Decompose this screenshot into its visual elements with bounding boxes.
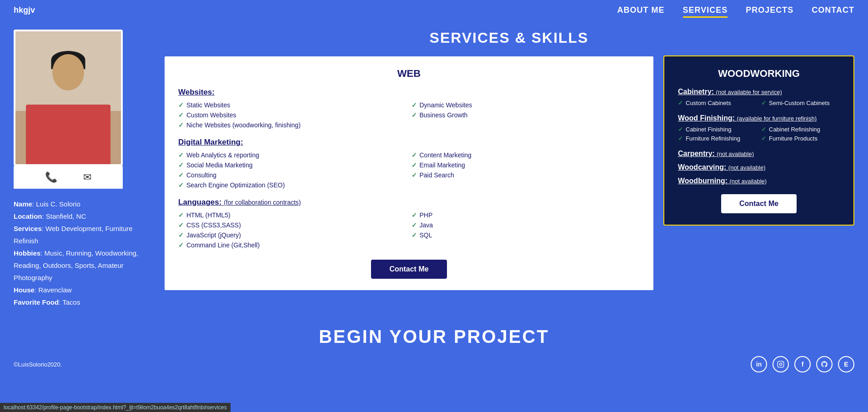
- list-item: Email Marketing: [411, 161, 640, 169]
- svg-point-1: [779, 363, 782, 365]
- nav-projects-link[interactable]: PROJECTS: [746, 5, 793, 15]
- list-item: Custom Websites: [178, 111, 407, 119]
- cabinetry-sub: (not available for service): [716, 89, 782, 95]
- site-logo: hkgjv: [14, 5, 35, 15]
- list-item: Java: [411, 221, 640, 229]
- list-item: JavaScript (jQuery): [178, 231, 407, 239]
- nav-about[interactable]: ABOUT ME: [617, 5, 665, 15]
- email-icon[interactable]: ✉: [83, 171, 91, 183]
- websites-list: Static Websites Dynamic Websites Custom …: [178, 101, 640, 131]
- list-item: SQL: [411, 231, 640, 239]
- list-item: CSS (CSS3,SASS): [178, 221, 407, 229]
- profile-food: Favorite Food: Tacos: [14, 296, 150, 308]
- list-item: PHP: [411, 211, 640, 219]
- main-content: 📞 ✉ Name: Luis C. Solorio Location: Stan…: [0, 20, 868, 317]
- list-item: Search Engine Optimization (SEO): [178, 181, 640, 189]
- websites-heading: Websites:: [178, 88, 640, 97]
- finishing-list: Cabinet Finishing Cabinet Refinishing Fu…: [678, 126, 840, 143]
- services-title: SERVICES & SKILLS: [164, 30, 854, 46]
- photo-shirt: [26, 105, 110, 164]
- social-icons: in f E: [751, 356, 854, 372]
- nav-contact[interactable]: CONTACT: [812, 5, 854, 15]
- carpentry-heading: Carpentry: (not available): [678, 150, 840, 158]
- list-item: Social Media Marketing: [178, 161, 407, 169]
- wood-card-title: WOODWORKING: [678, 68, 840, 80]
- profile-name: Name: Luis C. Solorio: [14, 198, 150, 210]
- services-label: Services: [14, 225, 42, 232]
- list-item: Business Growth: [411, 111, 640, 119]
- profile-contact-icons: 📞 ✉: [14, 166, 123, 189]
- nav-projects[interactable]: PROJECTS: [746, 5, 793, 15]
- bottom-section: BEGIN YOUR PROJECT: [0, 317, 868, 352]
- wood-contact-button[interactable]: Contact Me: [721, 194, 797, 213]
- nav-links: ABOUT ME SERVICES PROJECTS CONTACT: [617, 5, 854, 15]
- list-item: Consulting: [178, 171, 407, 179]
- cards-row: WEB Websites: Static Websites Dynamic We…: [164, 55, 854, 291]
- photo-head: [52, 54, 84, 90]
- location-label: Location: [14, 212, 42, 220]
- profile-photo: [15, 31, 121, 164]
- nav-contact-link[interactable]: CONTACT: [812, 5, 854, 15]
- woodcarving-heading: Woodcarving: (not available): [678, 163, 840, 171]
- phone-icon[interactable]: 📞: [45, 171, 57, 183]
- woodcarving-sub: (not available): [728, 164, 766, 171]
- profile-location: Location: Stanfield, NC: [14, 210, 150, 222]
- sidebar: 📞 ✉ Name: Luis C. Solorio Location: Stan…: [14, 30, 150, 308]
- cabinetry-heading: Cabinetry: (not available for service): [678, 88, 840, 96]
- list-item: Cabinet Finishing: [678, 126, 757, 133]
- linkedin-icon[interactable]: in: [751, 356, 767, 372]
- hobbies-label: Hobbies: [14, 249, 40, 257]
- name-value: Luis C. Solorio: [36, 200, 80, 208]
- nav-services[interactable]: SERVICES: [683, 5, 728, 15]
- nav-about-link[interactable]: ABOUT ME: [617, 5, 665, 15]
- profile-photo-container: [14, 30, 123, 166]
- web-card: WEB Websites: Static Websites Dynamic We…: [164, 55, 654, 291]
- food-label: Favorite Food: [14, 298, 59, 306]
- languages-sub: (for collaboration contracts): [224, 199, 301, 206]
- carpentry-sub: (not available): [717, 151, 754, 157]
- list-item: HTML (HTML5): [178, 211, 407, 219]
- browser-url: localhost:63342/profile-page-bootstrap/i…: [0, 403, 231, 412]
- profile-services: Services: Web Development, Furniture Ref…: [14, 222, 150, 247]
- list-item: Web Analytics & reporting: [178, 151, 407, 159]
- list-item: Command Line (Git,Shell): [178, 241, 640, 249]
- list-item: Furniture Products: [761, 135, 840, 142]
- list-item: Paid Search: [411, 171, 640, 179]
- begin-project-heading: BEGIN YOUR PROJECT: [14, 327, 854, 347]
- list-item: Dynamic Websites: [411, 101, 640, 109]
- location-value: Stanfield, NC: [46, 212, 86, 220]
- list-item: Semi-Custom Cabinets: [761, 100, 840, 106]
- digital-list: Web Analytics & reporting Content Market…: [178, 151, 640, 191]
- list-item: Furniture Refinishing: [678, 135, 757, 142]
- finishing-sub: (available for furniture refinish): [737, 115, 817, 122]
- list-item: Custom Cabinets: [678, 100, 757, 106]
- instagram-icon[interactable]: [773, 356, 789, 372]
- list-item: Static Websites: [178, 101, 407, 109]
- github-icon[interactable]: [816, 356, 833, 372]
- svg-point-2: [782, 362, 783, 363]
- finishing-heading: Wood Finishing: (available for furniture…: [678, 114, 840, 122]
- list-item: Niche Websites (woodworking, finishing): [178, 121, 640, 129]
- list-item: Cabinet Refinishing: [761, 126, 840, 133]
- cabinetry-list: Custom Cabinets Semi-Custom Cabinets: [678, 100, 840, 108]
- woodburning-heading: Woodburning: (not available): [678, 177, 840, 185]
- house-value: Ravenclaw: [38, 286, 71, 294]
- name-label: Name: [14, 200, 32, 208]
- food-value: Tacos: [62, 298, 80, 306]
- profile-info: Name: Luis C. Solorio Location: Stanfiel…: [14, 198, 150, 308]
- navigation: hkgjv ABOUT ME SERVICES PROJECTS CONTACT: [0, 0, 868, 20]
- web-contact-button[interactable]: Contact Me: [371, 260, 447, 279]
- languages-list: HTML (HTML5) PHP CSS (CSS3,SASS) Java Ja…: [178, 211, 640, 251]
- digital-heading: Digital Marketing:: [178, 138, 640, 147]
- house-label: House: [14, 286, 35, 294]
- list-item: Content Marketing: [411, 151, 640, 159]
- email-social-icon[interactable]: E: [838, 356, 854, 372]
- svg-rect-0: [778, 361, 783, 367]
- footer: ©LuisSolorio2020. in f E: [0, 352, 868, 377]
- nav-services-link[interactable]: SERVICES: [683, 5, 728, 18]
- profile-house: House: Ravenclaw: [14, 284, 150, 296]
- web-card-title: WEB: [178, 68, 640, 80]
- facebook-icon[interactable]: f: [794, 356, 811, 372]
- wood-card: WOODWORKING Cabinetry: (not available fo…: [663, 55, 854, 226]
- woodburning-sub: (not available): [729, 178, 767, 185]
